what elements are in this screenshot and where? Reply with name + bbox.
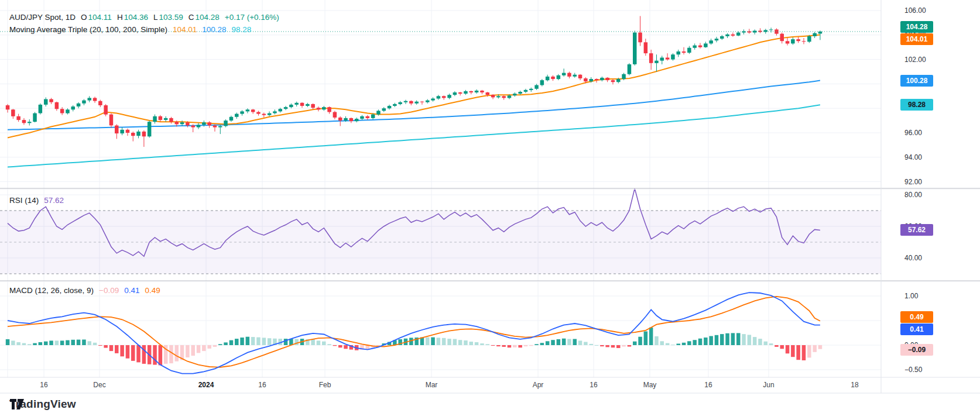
macd-line[interactable] bbox=[8, 292, 820, 374]
macd-values: −0.090.410.49 bbox=[99, 286, 160, 295]
time-axis-label: Apr bbox=[533, 381, 544, 389]
chart-canvas[interactable] bbox=[0, 0, 980, 420]
legend-symbol-row[interactable]: AUD/JPY Spot, 1D O104.11H104.36L103.59C1… bbox=[9, 13, 279, 22]
ohlc-pair: L103.59 bbox=[153, 13, 183, 22]
time-axis-label: Jun bbox=[763, 381, 774, 389]
axis-price-badge: 98.28 bbox=[900, 99, 933, 111]
axis-price-badge: 104.28 bbox=[900, 21, 933, 33]
indicator-value: 100.28 bbox=[202, 25, 226, 34]
rsi-label: RSI (14) bbox=[9, 196, 39, 205]
axis-price-label: 80.00 bbox=[904, 191, 922, 199]
axis-price-label: −0.50 bbox=[904, 366, 922, 374]
tradingview-logo[interactable]: TradingView bbox=[9, 398, 76, 411]
sma20-line[interactable] bbox=[8, 35, 820, 138]
axis-price-badge: 57.62 bbox=[900, 224, 933, 236]
rsi-value: 57.62 bbox=[44, 196, 64, 205]
axis-price-label: 102.00 bbox=[904, 56, 926, 64]
legend-ma-row[interactable]: Moving Average Triple (20, 100, 200, Sim… bbox=[9, 25, 251, 34]
time-axis-label: Dec bbox=[93, 381, 105, 389]
ohlc-pair: C104.28 bbox=[189, 13, 220, 22]
axis-price-badge: 104.01 bbox=[900, 33, 933, 45]
symbol-title: AUD/JPY Spot, 1D bbox=[9, 13, 76, 22]
axis-price-label: 94.00 bbox=[904, 153, 922, 161]
ohlc-value: 104.28 bbox=[195, 13, 219, 22]
indicator-value: 0.41 bbox=[124, 286, 139, 295]
time-axis-label: 2024 bbox=[198, 381, 214, 389]
indicator-value: 104.01 bbox=[173, 25, 197, 34]
time-axis-label: 16 bbox=[704, 381, 712, 389]
time-axis-label: May bbox=[643, 381, 657, 389]
sma200-line[interactable] bbox=[8, 105, 820, 167]
ohlc-values: O104.11H104.36L103.59C104.28 bbox=[81, 13, 220, 22]
axis-price-label: 92.00 bbox=[904, 178, 922, 186]
macd-histogram-series[interactable] bbox=[6, 328, 822, 366]
legend-rsi-row[interactable]: RSI (14) 57.62 bbox=[9, 196, 64, 205]
axis-price-label: 1.00 bbox=[904, 292, 918, 300]
time-axis-label: 16 bbox=[40, 381, 47, 389]
time-axis-label: 18 bbox=[851, 381, 858, 389]
macd-label: MACD (12, 26, close, 9) bbox=[9, 286, 94, 295]
horizontal-gridlines bbox=[0, 11, 881, 370]
ohlc-pair: O104.11 bbox=[81, 13, 112, 22]
ma-values: 104.01100.2898.28 bbox=[173, 25, 251, 34]
ohlc-key: L bbox=[153, 13, 158, 22]
tradingview-chart-window: AUD/JPY Spot, 1D O104.11H104.36L103.59C1… bbox=[0, 0, 980, 420]
sma100-line[interactable] bbox=[8, 81, 820, 130]
ohlc-value: 104.11 bbox=[88, 13, 112, 22]
indicator-value: −0.09 bbox=[99, 286, 119, 295]
ohlc-key: O bbox=[81, 13, 87, 22]
ma-label: Moving Average Triple (20, 100, 200, Sim… bbox=[9, 25, 167, 34]
ohlc-pair: H104.36 bbox=[117, 13, 148, 22]
axis-price-badge: 0.49 bbox=[900, 311, 933, 323]
axis-price-badge: 100.28 bbox=[900, 75, 933, 87]
axis-price-badge: 0.41 bbox=[900, 323, 933, 335]
axis-price-label: 40.00 bbox=[904, 254, 922, 262]
time-axis-label: 16 bbox=[258, 381, 266, 389]
axis-price-label: 96.00 bbox=[904, 129, 922, 137]
axis-price-badge: −0.09 bbox=[900, 344, 933, 356]
axis-price-label: 106.00 bbox=[904, 6, 926, 15]
ohlc-key: C bbox=[189, 13, 194, 22]
time-axis-label: Mar bbox=[426, 381, 438, 389]
time-axis-label: Feb bbox=[319, 381, 331, 389]
ohlc-value: 104.36 bbox=[124, 13, 148, 22]
change-value: +0.17 (+0.16%) bbox=[225, 13, 279, 22]
ohlc-key: H bbox=[117, 13, 123, 22]
indicator-value: 98.28 bbox=[232, 25, 252, 34]
time-axis-label: 16 bbox=[590, 381, 597, 389]
legend-macd-row[interactable]: MACD (12, 26, close, 9) −0.090.410.49 bbox=[9, 286, 160, 295]
tradingview-logo-icon bbox=[9, 398, 25, 411]
indicator-value: 0.49 bbox=[145, 286, 160, 295]
ohlc-value: 103.59 bbox=[159, 13, 183, 22]
